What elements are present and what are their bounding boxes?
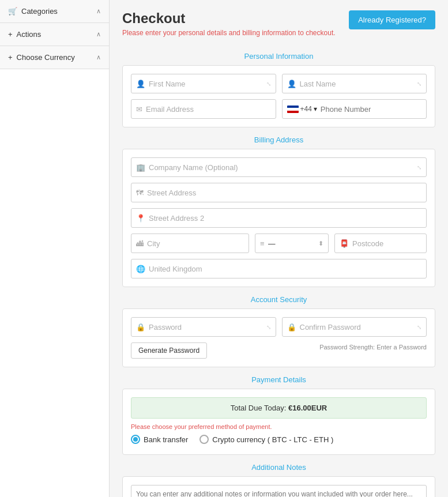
location-icon: 📍: [136, 214, 145, 223]
city-icon: 🏙: [136, 239, 144, 248]
sidebar-section-actions: + Actions ∧: [0, 23, 109, 46]
personal-info-section-label: Personal Information: [122, 52, 435, 61]
company-input[interactable]: [149, 163, 415, 172]
payment-options: Bank transfer Crypto currency ( BTC - LT…: [131, 435, 427, 444]
phone-country-selector[interactable]: +44 ▾: [287, 105, 317, 113]
postcode-input[interactable]: [352, 239, 448, 248]
confirm-password-field-wrap: 🔒 ⤡: [282, 317, 427, 337]
payment-hint: Please choose your preferred method of p…: [131, 423, 427, 430]
bank-transfer-option[interactable]: Bank transfer: [131, 435, 188, 444]
select-caret-icon: ⬍: [318, 240, 323, 247]
generate-password-button[interactable]: Generate Password: [131, 342, 207, 359]
notes-textarea[interactable]: [131, 485, 427, 497]
personal-info-card: 👤 ⤡ 👤 ⤡ ✉ +44 ▾: [122, 65, 435, 127]
first-name-input[interactable]: [149, 80, 264, 88]
phone-input[interactable]: [321, 105, 421, 114]
already-registered-button[interactable]: Already Registered?: [349, 10, 435, 29]
payment-section-label: Payment Details: [122, 375, 435, 384]
resize-icon-company: ⤡: [417, 164, 421, 171]
total-bar: Total Due Today: €16.00EUR: [131, 397, 427, 419]
additional-notes-card: [122, 476, 435, 497]
city-input[interactable]: [147, 239, 244, 248]
dropdown-arrow: ▾: [314, 105, 317, 113]
lock-icon-2: 🔒: [287, 323, 296, 332]
globe-icon: 🌐: [136, 265, 145, 273]
password-input[interactable]: [149, 323, 264, 332]
page-title: Checkout: [122, 10, 336, 27]
billing-card: 🏢 ⤡ 🗺 📍 🏙 ≡ —: [122, 149, 435, 287]
phone-code: +44: [300, 105, 312, 113]
payment-card: Total Due Today: €16.00EUR Please choose…: [122, 389, 435, 455]
chevron-up-icon-3: ∧: [96, 54, 101, 61]
total-amount: €16.00EUR: [288, 404, 327, 412]
last-name-input[interactable]: [300, 80, 415, 88]
additional-notes-section-label: Additional Notes: [122, 463, 435, 472]
last-name-field-wrap: 👤 ⤡: [282, 74, 427, 93]
account-security-section-label: Account Security: [122, 295, 435, 304]
company-field-wrap: 🏢 ⤡: [131, 157, 427, 177]
chevron-up-icon: ∧: [96, 7, 101, 15]
postcode-field-wrap: 📮 ⤡: [334, 234, 427, 253]
page-subtitle: Please enter your personal details and b…: [122, 29, 336, 37]
gb-flag: [287, 106, 299, 113]
resize-icon-firstname: ⤡: [266, 81, 271, 87]
email-icon: ✉: [136, 105, 142, 114]
postcode-icon: 📮: [340, 239, 349, 248]
sidebar-categories-label: Categories: [21, 7, 58, 16]
sidebar-section-currency: + Choose Currency ∧: [0, 46, 109, 69]
crypto-radio[interactable]: [199, 435, 209, 444]
sidebar-section-categories: 🛒 Categories ∧: [0, 0, 109, 23]
crypto-option[interactable]: Crypto currency ( BTC - LTC - ETH ): [199, 435, 333, 444]
bank-transfer-radio[interactable]: [131, 435, 140, 444]
state-field-wrap: ≡ — ⬍: [255, 234, 329, 253]
crypto-label: Crypto currency ( BTC - LTC - ETH ): [212, 435, 333, 444]
building-icon: 🏢: [136, 163, 145, 172]
user-icon: 👤: [136, 80, 145, 88]
street1-input[interactable]: [147, 189, 421, 197]
chevron-up-icon-2: ∧: [96, 31, 101, 38]
street1-field-wrap: 🗺: [131, 183, 427, 202]
resize-icon-password: ⤡: [266, 324, 271, 330]
resize-icon-lastname: ⤡: [417, 81, 421, 87]
email-field-wrap: ✉: [131, 99, 276, 119]
email-input[interactable]: [146, 105, 271, 114]
country-value: United Kingdom: [149, 265, 202, 273]
sidebar-currency-label: Choose Currency: [17, 53, 75, 62]
sidebar-item-currency[interactable]: + Choose Currency ∧: [0, 46, 109, 69]
street2-input[interactable]: [149, 214, 421, 223]
password-strength-text: Password Strength: Enter a Password: [319, 344, 427, 351]
map-icon: 🗺: [136, 189, 144, 197]
cart-icon: 🛒: [8, 7, 17, 16]
confirm-password-input[interactable]: [300, 323, 415, 332]
main-content: Checkout Please enter your personal deta…: [110, 0, 448, 497]
user-icon-2: 👤: [287, 80, 296, 88]
total-label: Total Due Today:: [231, 404, 287, 412]
sidebar-item-actions[interactable]: + Actions ∧: [0, 23, 109, 46]
bank-transfer-label: Bank transfer: [144, 435, 188, 444]
phone-field-wrap: +44 ▾: [282, 99, 427, 119]
account-security-card: 🔒 ⤡ 🔒 ⤡ Generate Password Password Stren…: [122, 308, 435, 367]
plus-icon: +: [8, 30, 13, 39]
city-field-wrap: 🏙: [131, 234, 249, 253]
state-icon: ≡: [260, 239, 265, 248]
sidebar-actions-label: Actions: [17, 30, 42, 39]
billing-section-label: Billing Address: [122, 135, 435, 144]
street2-field-wrap: 📍: [131, 208, 427, 228]
state-select[interactable]: —: [268, 239, 318, 248]
password-field-wrap: 🔒 ⤡: [131, 317, 276, 337]
lock-icon: 🔒: [136, 323, 145, 332]
sidebar-item-categories[interactable]: 🛒 Categories ∧: [0, 0, 109, 22]
resize-icon-confirm-password: ⤡: [417, 324, 421, 330]
plus-icon-2: +: [8, 53, 13, 62]
sidebar: 🛒 Categories ∧ + Actions ∧ + Choose Curr…: [0, 0, 110, 497]
first-name-field-wrap: 👤 ⤡: [131, 74, 276, 93]
country-field-wrap: 🌐 United Kingdom: [131, 259, 427, 278]
